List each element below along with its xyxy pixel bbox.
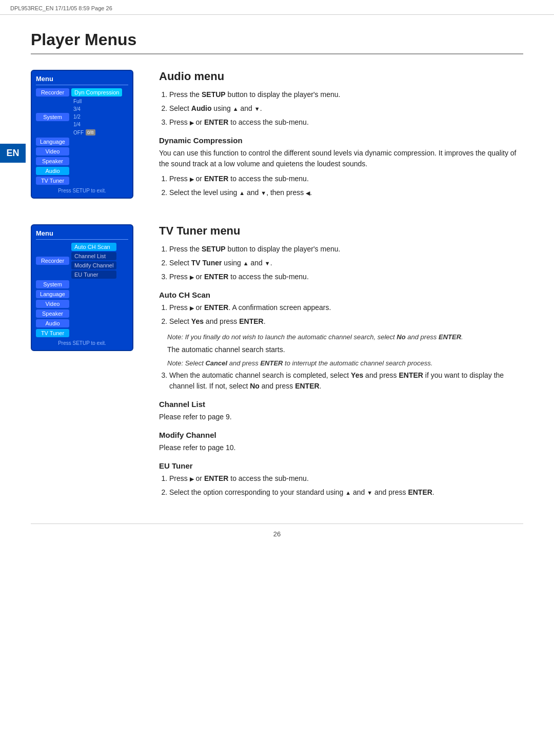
tuner-item-video: Video (36, 300, 69, 308)
menu-press-setup-audio: Press SETUP to exit. (36, 188, 128, 193)
page-header: DPL953REC_EN 17/11/05 8:59 Page 26 (0, 0, 554, 15)
tuner-row-tvtuner: TV Tuner (36, 329, 128, 337)
menu-item-speaker: Speaker (36, 157, 69, 165)
eu-tuner-title: EU Tuner (159, 461, 523, 470)
audio-menu-steps: Press the SETUP button to display the pl… (169, 89, 523, 128)
menu-row-system: System Full 3/4 1/2 1/4 OFF 0/8 (36, 98, 128, 136)
tuner-row-video: Video (36, 300, 128, 308)
tuner-menu-widget: Menu Recorder Auto CH Scan Channel List … (31, 224, 133, 351)
eu-step-2: Select the option corresponding to your … (169, 487, 523, 498)
tuner-item-recorder: Recorder (36, 257, 69, 265)
tuner-item-audio: Audio (36, 319, 69, 327)
page-number: 26 (31, 524, 523, 538)
acs-step-2: Select Yes and press ENTER. (169, 316, 523, 327)
dynamic-compression-title: Dynamic Compression (159, 136, 523, 145)
audio-menu-title: Audio menu (159, 70, 523, 83)
audio-step-1: Press the SETUP button to display the pl… (169, 89, 523, 100)
auto-ch-scan-steps: Press or ENTER. A confirmation screen ap… (169, 302, 523, 327)
audio-menu-widget: Menu Recorder Dyn Compression System Ful… (31, 70, 133, 199)
menu-item-tvtuner: TV Tuner (36, 177, 69, 185)
tuner-item-tvtuner: TV Tuner (36, 329, 69, 337)
tuner-step-2: Select TV Tuner using and . (169, 258, 523, 268)
modify-channel-text: Please refer to page 10. (159, 442, 523, 453)
menu-item-language: Language (36, 138, 69, 146)
menu-press-setup-tuner: Press SETUP to exit. (36, 340, 128, 346)
dynamic-compression-desc: You can use this function to control the… (159, 148, 523, 169)
menu-item-video: Video (36, 147, 69, 156)
tv-tuner-steps: Press the SETUP button to display the pl… (169, 244, 523, 282)
tuner-row-audio: Audio (36, 319, 128, 327)
tuner-menu-widget-container: Menu Recorder Auto CH Scan Channel List … (31, 224, 144, 503)
dynamic-compression-steps: Press or ENTER to access the sub-menu. S… (169, 173, 523, 198)
tuner-item-language: Language (36, 290, 69, 298)
menu-item-system: System (36, 113, 69, 121)
menu-row-language: Language (36, 138, 128, 146)
acs-note-2: Note: Select Cancel and press ENTER to i… (167, 358, 523, 369)
eu-tuner-steps: Press or ENTER to access the sub-menu. S… (169, 473, 523, 498)
tv-tuner-content: TV Tuner menu Press the SETUP button to … (159, 224, 523, 503)
menu-row-audio: Audio (36, 167, 128, 175)
tuner-row-speaker: Speaker (36, 309, 128, 318)
acs-step-1: Press or ENTER. A confirmation screen ap… (169, 302, 523, 313)
eu-step-1: Press or ENTER to access the sub-menu. (169, 473, 523, 484)
audio-menu-widget-container: Menu Recorder Dyn Compression System Ful… (31, 70, 144, 209)
tuner-menu-title: Menu (36, 229, 128, 240)
menu-item-recorder: Recorder (36, 88, 69, 96)
tv-tuner-title: TV Tuner menu (159, 224, 523, 238)
menu-row-speaker: Speaker (36, 157, 128, 165)
menu-item-audio: Audio (36, 167, 69, 175)
audio-step-2: Select Audio using and . (169, 103, 523, 114)
audio-step-3: Press or ENTER to access the sub-menu. (169, 117, 523, 128)
channel-list-title: Channel List (159, 400, 523, 409)
tuner-item-system: System (36, 280, 69, 288)
dyn-step-2: Select the level using and , then press … (169, 187, 523, 198)
tuner-sub-channel-list: Channel List (71, 252, 116, 260)
tuner-row-language: Language (36, 290, 128, 298)
tuner-item-speaker: Speaker (36, 309, 69, 318)
en-badge: EN (0, 144, 26, 163)
modify-channel-title: Modify Channel (159, 431, 523, 439)
menu-widget-title: Menu (36, 75, 128, 85)
menu-row-video: Video (36, 147, 128, 156)
menu-sub-dyn: Dyn Compression (71, 88, 122, 96)
tv-tuner-section: Menu Recorder Auto CH Scan Channel List … (31, 224, 523, 503)
menu-row-recorder: Recorder Dyn Compression (36, 88, 128, 96)
acs-note-channel-start: The automatic channel search starts. (167, 344, 523, 355)
tuner-sub-eu: EU Tuner (71, 270, 116, 279)
tuner-sub-auto: Auto CH Scan (71, 243, 116, 251)
tuner-step-1: Press the SETUP button to display the pl… (169, 244, 523, 255)
tuner-row-recorder: Recorder Auto CH Scan Channel List Modif… (36, 243, 128, 279)
channel-list-text: Please refer to page 9. (159, 412, 523, 422)
audio-menu-content: Audio menu Press the SETUP button to dis… (159, 70, 523, 209)
acs-step-3: When the automatic channel search is com… (169, 370, 523, 392)
audio-menu-section: Menu Recorder Dyn Compression System Ful… (31, 70, 523, 209)
auto-ch-scan-title: Auto CH Scan (159, 290, 523, 299)
tuner-sub-modify: Modify Channel (71, 261, 116, 269)
dyn-step-1: Press or ENTER to access the sub-menu. (169, 173, 523, 184)
acs-note-1: Note: If you finally do not wish to laun… (167, 332, 523, 342)
tuner-row-system: System (36, 280, 128, 288)
auto-ch-scan-step3-list: When the automatic channel search is com… (169, 370, 523, 392)
tuner-step-3: Press or ENTER to access the sub-menu. (169, 272, 523, 282)
menu-row-tvtuner: TV Tuner (36, 177, 128, 185)
page-title: Player Menus (31, 30, 523, 54)
